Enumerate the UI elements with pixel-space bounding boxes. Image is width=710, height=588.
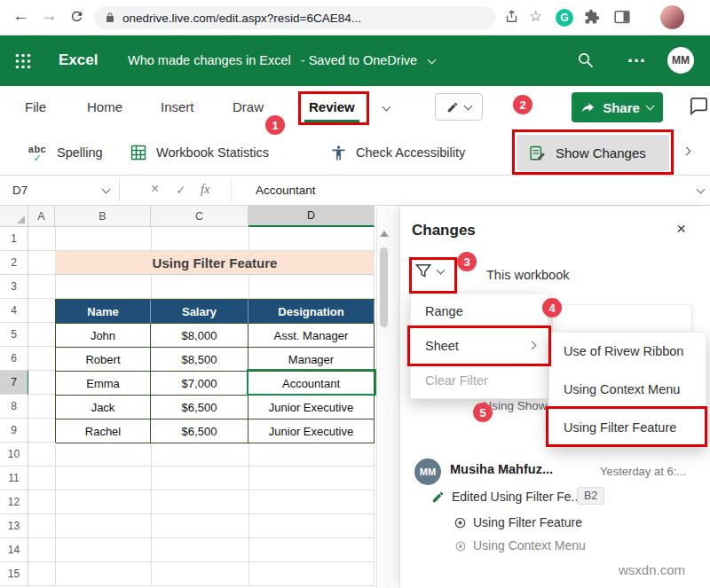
forward-icon[interactable]: → (41, 6, 58, 26)
submenu-item-use-of-rivew-ribbon[interactable]: Use of Rivew Ribbon (549, 333, 706, 371)
check-accessibility-label: Check Accessibility (356, 145, 465, 160)
cell-c5[interactable]: $8,000 (151, 324, 248, 348)
row-header-15[interactable]: 15 (0, 562, 28, 586)
row-header-7[interactable]: 7 (0, 371, 29, 395)
spelling-button[interactable]: abc ✓ Spelling (25, 137, 140, 168)
cell-c7[interactable]: $7,000 (151, 372, 248, 396)
column-header-d[interactable]: D (248, 206, 375, 227)
column-header-b[interactable]: B (55, 206, 151, 227)
row-header-5[interactable]: 5 (0, 323, 28, 347)
refresh-icon[interactable] (69, 9, 84, 27)
cell-ref-chip[interactable]: B2 (577, 487, 604, 505)
column-header-a[interactable]: A (28, 206, 55, 227)
row-header-8[interactable]: 8 (0, 395, 28, 419)
column-headers: A B C D (28, 206, 375, 227)
editing-mode-button[interactable] (435, 93, 483, 121)
table-header-name[interactable]: Name (56, 300, 151, 324)
scroll-up-arrow-icon[interactable] (380, 231, 389, 237)
sidebar-icon[interactable] (614, 10, 630, 27)
menu-item-range[interactable]: Range (411, 294, 548, 328)
cell-b9[interactable]: Rachel (56, 419, 151, 443)
cell-c9[interactable]: $6,500 (151, 419, 248, 443)
comments-icon[interactable] (689, 96, 709, 120)
cell-b5[interactable]: John (56, 324, 151, 348)
select-all-corner[interactable] (0, 206, 28, 227)
tabs-chevron-down-icon[interactable] (383, 103, 391, 112)
tab-file[interactable]: File (25, 99, 46, 114)
row-header-12[interactable]: 12 (0, 490, 28, 514)
tab-insert[interactable]: Insert (161, 99, 194, 114)
send-to-devices-icon[interactable] (504, 9, 519, 27)
search-icon[interactable] (577, 51, 594, 72)
row-header-1[interactable]: 1 (0, 227, 28, 251)
column-header-c[interactable]: C (151, 206, 248, 227)
cell-d6[interactable]: Manager (248, 348, 375, 372)
annotation-badge-4: 4 (542, 298, 562, 318)
row-header-11[interactable]: 11 (0, 466, 28, 490)
row-header-6[interactable]: 6 (0, 347, 28, 371)
worksheet-title-cell[interactable]: Using Filter Feature (55, 251, 375, 275)
enter-check-icon[interactable]: ✓ (176, 183, 186, 197)
lock-icon (105, 12, 115, 24)
row-header-13[interactable]: 13 (0, 514, 28, 538)
table-header-salary[interactable]: Salary (151, 300, 248, 324)
change-author-avatar[interactable]: MM (414, 459, 441, 485)
name-box-chevron-icon[interactable] (102, 185, 111, 194)
row-header-9[interactable]: 9 (0, 419, 28, 443)
table-header-designation[interactable]: Designation (248, 300, 375, 324)
share-button[interactable]: Share (572, 92, 663, 122)
more-options-icon[interactable]: … (627, 44, 646, 67)
cell-d8[interactable]: Junior Executive (248, 396, 375, 419)
panel-close-icon[interactable]: × (676, 219, 686, 239)
row-header-14[interactable]: 14 (0, 538, 28, 562)
name-box[interactable]: D7 (12, 184, 28, 197)
cell-b8[interactable]: Jack (56, 396, 151, 419)
cell-c8[interactable]: $6,500 (151, 396, 248, 419)
row-header-4[interactable]: 4 (0, 299, 28, 323)
scrollbar-thumb[interactable] (380, 247, 388, 327)
bookmark-star-icon[interactable]: ☆ (529, 7, 542, 26)
extensions-puzzle-icon[interactable] (584, 9, 600, 28)
filter-scope-label: This workbook (486, 268, 569, 282)
spelling-label: Spelling (57, 145, 103, 160)
change-author-name[interactable]: Musiha Mahfuz... (450, 462, 553, 476)
change-timestamp: Yesterday at 6:... (600, 465, 686, 478)
workbook-statistics-button[interactable]: Workbook Statistics (130, 137, 269, 168)
check-accessibility-button[interactable]: Check Accessibility (330, 137, 465, 168)
formula-input-value[interactable]: Accountant (256, 184, 316, 197)
submenu-item-using-context-menu[interactable]: Using Context Menu (549, 371, 706, 409)
row-headers: 1 2 3 4 5 6 7 8 9 10 11 12 13 14 15 (0, 227, 28, 586)
row-header-3[interactable]: 3 (0, 275, 28, 299)
cell-d9[interactable]: Junior Executive (248, 419, 375, 443)
cancel-icon[interactable]: × (151, 181, 159, 197)
annotation-box-sheet-item (407, 325, 551, 366)
title-chevron-down-icon (428, 56, 437, 65)
document-title-text: Who made changes in Excel (128, 53, 291, 67)
row-header-10[interactable]: 10 (0, 443, 28, 466)
app-launcher-waffle-icon[interactable] (15, 53, 31, 73)
row-header-2[interactable]: 2 (0, 251, 28, 275)
browser-profile-avatar[interactable] (660, 5, 684, 29)
check-accessibility-icon (330, 145, 347, 161)
back-icon[interactable]: ← (12, 6, 29, 26)
fx-icon[interactable]: fx (201, 182, 209, 197)
menu-item-clear-filter[interactable]: Clear Filter (411, 364, 548, 398)
table-row: Rachel $6,500 Junior Executive (56, 419, 375, 443)
tab-home[interactable]: Home (87, 99, 122, 114)
ribbon-overflow-chevron-icon[interactable] (682, 147, 691, 156)
document-title[interactable]: Who made changes in Excel - Saved to One… (128, 53, 435, 67)
app-name[interactable]: Excel (59, 51, 98, 69)
cell-d5[interactable]: Asst. Manager (248, 324, 375, 348)
tab-draw[interactable]: Draw (233, 99, 264, 114)
cell-b6[interactable]: Robert (56, 348, 151, 372)
cell-c6[interactable]: $8,500 (151, 348, 248, 372)
cell-b7[interactable]: Emma (56, 372, 151, 396)
change-detail-radio-icon (455, 541, 466, 552)
annotation-badge-2: 2 (513, 95, 532, 114)
account-avatar[interactable]: MM (667, 47, 694, 74)
annotation-box-review-tab (298, 91, 369, 125)
vertical-scrollbar[interactable] (376, 207, 390, 588)
grammarly-extension-icon[interactable]: G (556, 9, 573, 27)
formula-bar-expand-chevron-icon[interactable] (697, 185, 706, 194)
address-bar[interactable]: onedrive.live.com/edit.aspx?resid=6CAE84… (94, 6, 495, 29)
